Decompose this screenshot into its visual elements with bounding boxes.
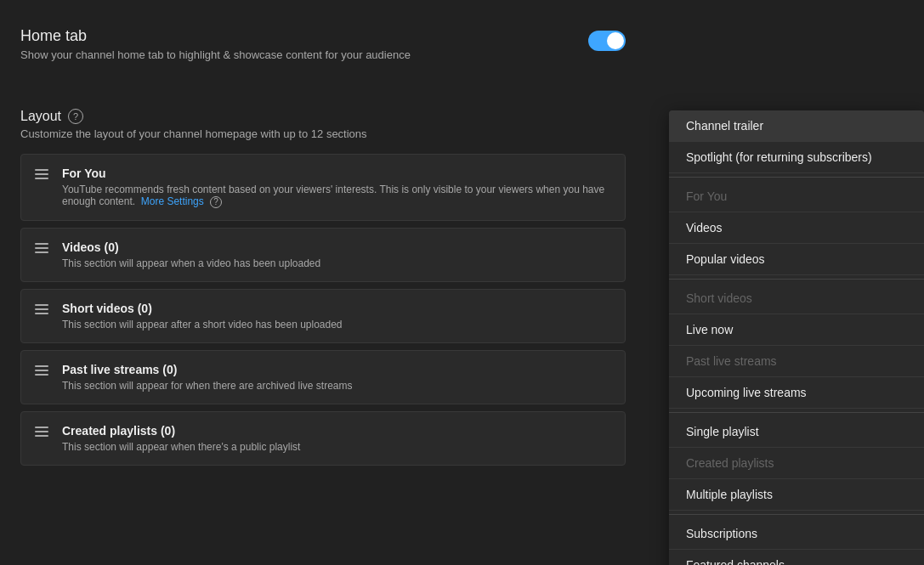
drag-handle-short-videos[interactable] — [35, 302, 48, 314]
row-title-past-live: Past live streams (0) — [62, 363, 352, 376]
divider-2 — [669, 279, 924, 280]
row-title-videos: Videos (0) — [62, 240, 320, 254]
drag-handle-for-you[interactable] — [35, 167, 48, 179]
layout-section: Layout ? Customize the layout of your ch… — [20, 109, 626, 466]
drag-handle-past-live[interactable] — [35, 363, 48, 376]
home-tab-title: Home tab — [20, 27, 411, 45]
dropdown-item-popular-videos[interactable]: Popular videos — [669, 244, 924, 275]
dropdown-item-spotlight[interactable]: Spotlight (for returning subscribers) — [669, 142, 924, 173]
layout-description: Customize the layout of your channel hom… — [20, 127, 626, 140]
section-row-created-playlists: Created playlists (0) This section will … — [20, 411, 626, 466]
dropdown-item-videos[interactable]: Videos — [669, 212, 924, 244]
divider-3 — [669, 412, 924, 413]
dropdown-item-featured-channels[interactable]: Featured channels — [669, 550, 924, 565]
home-tab-description: Show your channel home tab to highlight … — [20, 48, 411, 61]
row-content-past-live: Past live streams (0) This section will … — [62, 363, 352, 392]
row-desc-for-you: YouTube recommends fresh content based o… — [62, 184, 611, 208]
row-desc-videos: This section will appear when a video ha… — [62, 257, 320, 269]
row-content-short-videos: Short videos (0) This section will appea… — [62, 302, 343, 331]
row-desc-short-videos: This section will appear after a short v… — [62, 319, 343, 331]
row-content-videos: Videos (0) This section will appear when… — [62, 240, 320, 269]
dropdown-item-for-you: For You — [669, 181, 924, 212]
add-section-dropdown: Channel trailer Spotlight (for returning… — [669, 110, 924, 565]
section-row-for-you: For You YouTube recommends fresh content… — [20, 154, 626, 221]
dropdown-item-channel-trailer[interactable]: Channel trailer — [669, 110, 924, 142]
row-content-created-playlists: Created playlists (0) This section will … — [62, 424, 300, 453]
more-settings-help-icon[interactable]: ? — [210, 196, 222, 208]
dropdown-item-multiple-playlists[interactable]: Multiple playlists — [669, 479, 924, 511]
dropdown-item-past-live-streams: Past live streams — [669, 346, 924, 377]
dropdown-item-live-now[interactable]: Live now — [669, 314, 924, 346]
row-desc-past-live: This section will appear for when there … — [62, 380, 352, 392]
section-row-short-videos: Short videos (0) This section will appea… — [20, 289, 626, 343]
layout-title: Layout — [20, 109, 61, 124]
dropdown-item-short-videos: Short videos — [669, 283, 924, 314]
layout-help-icon[interactable]: ? — [68, 109, 83, 124]
main-content: Home tab Show your channel home tab to h… — [0, 0, 646, 500]
row-title-created-playlists: Created playlists (0) — [62, 424, 300, 438]
home-tab-section: Home tab Show your channel home tab to h… — [20, 27, 626, 82]
row-title-short-videos: Short videos (0) — [62, 302, 343, 315]
dropdown-item-upcoming-live-streams[interactable]: Upcoming live streams — [669, 377, 924, 409]
home-tab-text: Home tab Show your channel home tab to h… — [20, 27, 411, 82]
row-content-for-you: For You YouTube recommends fresh content… — [62, 167, 611, 208]
more-settings-link[interactable]: More Settings — [141, 195, 204, 207]
row-desc-created-playlists: This section will appear when there's a … — [62, 441, 300, 453]
dropdown-item-created-playlists: Created playlists — [669, 448, 924, 479]
home-tab-toggle[interactable] — [588, 31, 626, 51]
drag-handle-videos[interactable] — [35, 240, 48, 253]
layout-header: Layout ? — [20, 109, 626, 124]
drag-handle-created-playlists[interactable] — [35, 424, 48, 437]
divider-1 — [669, 177, 924, 178]
dropdown-item-subscriptions[interactable]: Subscriptions — [669, 518, 924, 550]
dropdown-item-single-playlist[interactable]: Single playlist — [669, 416, 924, 448]
section-row-videos: Videos (0) This section will appear when… — [20, 228, 626, 282]
row-title-for-you: For You — [62, 167, 611, 180]
divider-4 — [669, 514, 924, 515]
section-row-past-live: Past live streams (0) This section will … — [20, 350, 626, 404]
